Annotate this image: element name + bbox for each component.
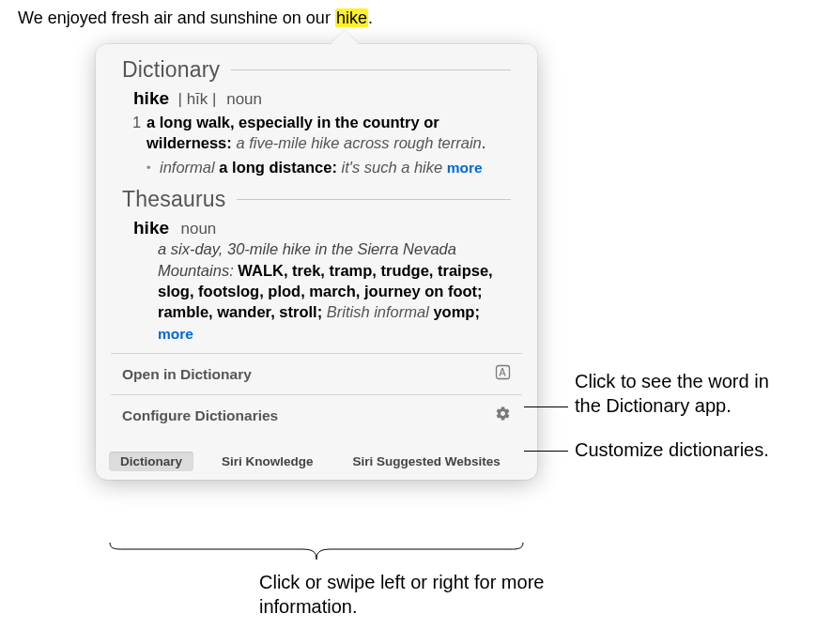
callout-line <box>524 406 568 407</box>
thesaurus-heading: Thesaurus <box>122 187 511 212</box>
thesaurus-pos: noun <box>180 220 216 238</box>
dictionary-headword: hike <box>133 88 169 108</box>
bracket-icon <box>109 543 524 560</box>
thesaurus-entry: hike noun a six-day, 30-mile hike in the… <box>122 216 511 353</box>
source-tabs: Dictionary Siri Knowledge Siri Suggested… <box>96 445 537 480</box>
gear-icon <box>495 406 511 425</box>
svg-rect-0 <box>497 366 510 379</box>
lookup-popover: Dictionary hike | hīk | noun 1a long wal… <box>96 44 537 480</box>
sentence-after: . <box>368 8 373 27</box>
configure-dictionaries-button[interactable]: Configure Dictionaries <box>111 394 522 436</box>
part-of-speech: noun <box>226 90 262 108</box>
callout-open: Click to see the word in the Dictionary … <box>575 369 791 418</box>
thesaurus-body: a six-day, 30-mile hike in the Sierra Ne… <box>133 238 511 344</box>
source-sentence: We enjoyed fresh air and sunshine on our… <box>18 8 373 28</box>
definition-sense-1: 1a long walk, especially in the country … <box>133 112 511 154</box>
dictionary-entry: hike | hīk | noun 1a long walk, especial… <box>122 86 511 187</box>
highlighted-word[interactable]: hike <box>335 8 368 27</box>
tab-siri-knowledge[interactable]: Siri Knowledge <box>210 452 325 471</box>
open-in-dictionary-label: Open in Dictionary <box>122 366 252 383</box>
dictionary-heading: Dictionary <box>122 57 511 83</box>
tab-siri-suggested-websites[interactable]: Siri Suggested Websites <box>342 452 512 471</box>
thesaurus-headword: hike <box>133 218 169 238</box>
callout-line <box>524 451 568 452</box>
callout-configure: Customize dictionaries. <box>575 437 781 462</box>
thesaurus-more-link[interactable]: more <box>158 326 193 342</box>
definition-subsense: informal a long distance: it's such a hi… <box>133 157 511 178</box>
sentence-before: We enjoyed fresh air and sunshine on our <box>18 8 335 27</box>
dictionary-more-link[interactable]: more <box>447 160 483 176</box>
open-in-dictionary-button[interactable]: Open in Dictionary <box>111 354 522 394</box>
action-group: Open in Dictionary Configure Dictionarie… <box>111 353 522 436</box>
callout-tabs: Click or swipe left or right for more in… <box>259 570 578 619</box>
pronunciation: | hīk | <box>177 90 221 108</box>
tab-dictionary[interactable]: Dictionary <box>109 452 193 471</box>
dictionary-app-icon <box>495 364 511 384</box>
configure-dictionaries-label: Configure Dictionaries <box>122 407 278 424</box>
